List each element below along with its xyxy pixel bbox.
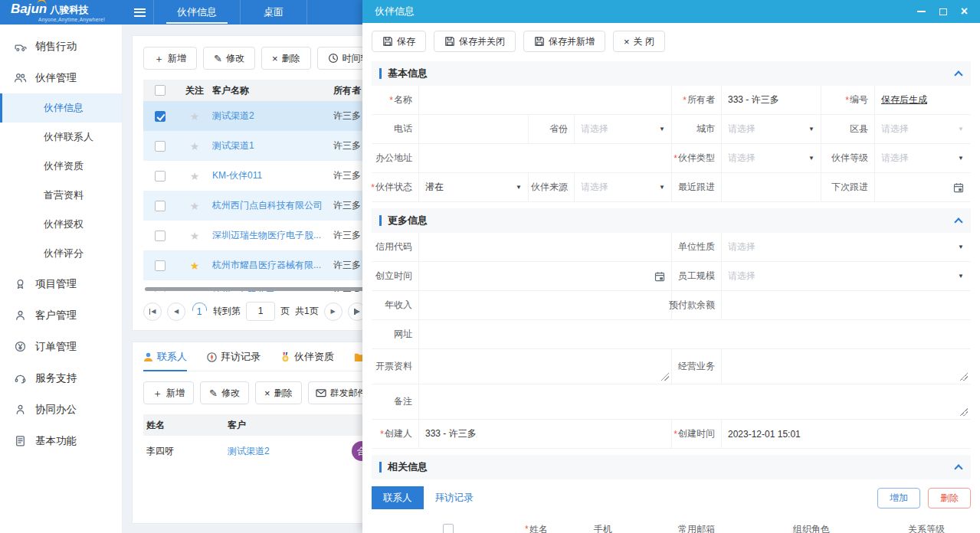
edit-button[interactable]: ✎修改 [203,47,255,70]
related-select-all-checkbox[interactable] [443,524,454,533]
resize-handle-icon[interactable] [960,373,968,381]
prepaid-balance-input[interactable] [722,291,970,319]
customer-name-link[interactable]: KM-伙伴011 [212,169,333,182]
related-tab-visit-records[interactable]: 拜访记录 [424,486,485,509]
related-delete-button[interactable]: 删除 [928,488,971,508]
related-tab-contacts[interactable]: 联系人 [372,486,424,509]
star-icon[interactable] [190,200,200,212]
sidebar-item-partner-info[interactable]: 伙伴信息 [0,93,122,123]
contact-edit-button[interactable]: ✎修改 [200,381,249,404]
customer-name-link[interactable]: 深圳迈瑞生物医疗电子股... [212,229,333,242]
chevron-up-icon[interactable] [954,463,963,471]
next-follow-date-input[interactable] [875,173,970,201]
row-checkbox[interactable] [155,231,166,241]
row-checkbox[interactable] [155,260,166,271]
sidebar-item-project-mgmt[interactable]: 项目管理 [0,268,122,299]
created-time-field: 2023-12-01 15:01 [722,420,970,448]
district-select-disabled[interactable]: 请选择 [875,115,970,143]
row-checkbox[interactable] [155,171,166,181]
calendar-icon[interactable] [654,271,665,282]
star-icon[interactable] [190,140,200,152]
name-input[interactable] [419,86,672,114]
phone-input[interactable] [419,115,529,143]
resize-handle-icon[interactable] [960,408,968,416]
contact-customer-link[interactable]: 测试渠道2 [228,445,270,458]
website-input[interactable] [419,320,970,348]
sidebar-item-sales-action[interactable]: 销售行动 [0,31,122,62]
page-number-input[interactable]: 1 [246,302,275,321]
horizontal-scrollbar[interactable] [145,287,367,291]
add-button[interactable]: ＋新增 [143,47,197,70]
row-checkbox[interactable] [155,201,166,211]
sidebar-item-customer-mgmt[interactable]: 客户管理 [0,299,122,331]
headset-icon [14,371,27,384]
delete-button[interactable]: ×删除 [261,47,311,70]
sidebar-item-partner-qualification[interactable]: 伙伴资质 [0,152,122,181]
sidebar-item-collaboration[interactable]: 协同办公 [0,394,122,425]
business-textarea[interactable] [722,349,970,384]
code-field[interactable]: 保存后生成 [875,86,970,114]
save-button[interactable]: 保存 [372,31,426,52]
nav-tab-desktop[interactable]: 桌面 [241,0,307,25]
first-page-button[interactable] [143,302,162,321]
staff-scale-select[interactable]: 请选择 [722,262,970,290]
sidebar-item-service-support[interactable]: 服务支持 [0,362,122,394]
invoice-info-textarea[interactable] [419,349,672,384]
save-and-close-button[interactable]: 保存并关闭 [434,31,516,52]
sidebar-item-partner-mgmt[interactable]: 伙伴管理 [0,62,122,93]
partner-type-select[interactable]: 请选择 [722,144,821,172]
address-input[interactable] [419,144,672,172]
maximize-icon[interactable] [939,8,947,15]
customer-name-link[interactable]: 杭州西门点自科技有限公司 [212,199,333,212]
unit-nature-select[interactable]: 请选择 [722,233,970,261]
chevron-up-icon[interactable] [954,217,963,224]
sidebar-item-first-camp-materials[interactable]: 首营资料 [0,181,122,210]
sidebar-item-order-mgmt[interactable]: 订单管理 [0,331,122,362]
remark-textarea[interactable] [419,384,970,419]
recent-follow-input[interactable] [722,173,821,201]
nav-tab-partner-info[interactable]: 伙伴信息 [153,0,241,25]
row-checkbox[interactable] [155,111,166,122]
calendar-icon[interactable] [953,182,964,193]
tab-visit-records[interactable]: 拜访记录 [207,350,261,371]
select-all-checkbox[interactable] [155,85,166,96]
tab-partner-qualification[interactable]: 伙伴资质 [280,350,334,371]
star-icon[interactable] [190,230,200,242]
founded-date-input[interactable] [419,262,672,290]
city-select[interactable]: 请选择 [722,115,821,143]
owner-field[interactable]: 333 - 许三多 [722,86,821,114]
partner-status-select[interactable]: 潜在 [419,173,529,201]
prev-page-button[interactable] [167,302,185,321]
partner-level-select[interactable]: 请选择 [875,144,970,172]
province-select[interactable]: 请选择 [575,115,672,143]
save-and-new-button[interactable]: 保存并新增 [523,31,605,52]
credit-code-input[interactable] [419,233,672,261]
customer-name-link[interactable]: 测试渠道2 [212,110,333,123]
customer-name-link[interactable]: 杭州市耀昌医疗器械有限... [212,259,333,272]
partner-source-select[interactable]: 请选择 [575,173,672,201]
sidebar-item-basic-functions[interactable]: 基本功能 [0,425,122,456]
close-icon[interactable] [961,5,968,18]
minimize-icon[interactable] [917,11,926,12]
current-page[interactable]: 1 [191,306,208,317]
customer-name-link[interactable]: 测试渠道1 [212,139,333,152]
resize-handle-icon[interactable] [661,373,669,381]
sidebar-item-partner-contacts[interactable]: 伙伴联系人 [0,123,122,152]
star-icon-favorited[interactable] [190,260,200,272]
annual-income-input[interactable] [419,291,672,319]
province-label: 省份 [529,115,575,143]
code-generated-link[interactable]: 保存后生成 [881,93,927,106]
next-page-button[interactable] [324,302,343,321]
contact-delete-button[interactable]: ×删除 [255,381,302,404]
star-icon[interactable] [190,170,200,182]
sidebar-item-partner-score[interactable]: 伙伴评分 [0,239,122,268]
hamburger-menu-icon[interactable] [126,0,153,25]
tab-contacts[interactable]: 联系人 [143,350,187,371]
contact-add-button[interactable]: ＋新增 [143,381,194,404]
close-button[interactable]: ×关 闭 [613,31,665,52]
sidebar-item-partner-authorization[interactable]: 伙伴授权 [0,210,122,239]
related-add-button[interactable]: 增加 [877,488,920,508]
chevron-up-icon[interactable] [954,70,963,77]
star-icon[interactable] [190,110,200,123]
row-checkbox[interactable] [155,141,166,152]
